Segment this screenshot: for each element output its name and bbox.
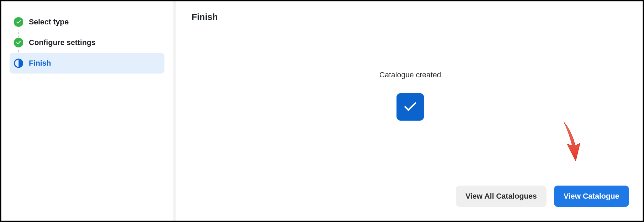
check-circle-icon [14, 17, 23, 27]
button-bar: View All Catalogues View Catalogue [192, 186, 629, 210]
step-label: Finish [29, 59, 51, 68]
step-configure-settings[interactable]: Configure settings [10, 32, 164, 53]
view-all-catalogues-button[interactable]: View All Catalogues [456, 186, 547, 207]
wizard-sidebar: Select type Configure settings Finish [1, 1, 173, 221]
view-catalogue-button[interactable]: View Catalogue [554, 186, 629, 207]
step-label: Select type [29, 18, 69, 26]
main-content: Finish Catalogue created View All Catalo… [178, 1, 643, 221]
step-finish[interactable]: Finish [10, 53, 164, 74]
success-message: Catalogue created [379, 70, 441, 79]
step-select-type[interactable]: Select type [10, 12, 164, 32]
check-circle-icon [14, 38, 23, 47]
success-check-icon [396, 93, 424, 121]
panel-divider [173, 1, 176, 221]
step-label: Configure settings [29, 38, 95, 47]
half-circle-icon [14, 58, 23, 68]
page-title: Finish [192, 12, 629, 22]
success-area: Catalogue created [192, 36, 629, 186]
